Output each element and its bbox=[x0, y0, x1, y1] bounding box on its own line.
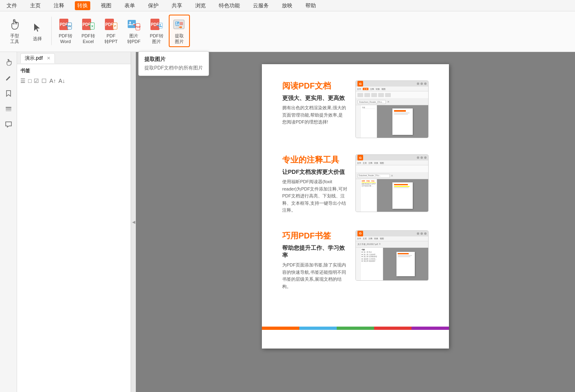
pdf-to-ppt-button[interactable]: PDF P PDF转PPT bbox=[100, 15, 122, 47]
pdf-ppt-icon: PDF P bbox=[104, 17, 118, 32]
bookmark-check-icon[interactable]: ☑ bbox=[34, 78, 39, 84]
document-area: 阅读PDF文档 更强大、更实用、更高效 拥有出色的文档渲染效果,强大的页面管理功… bbox=[136, 52, 575, 392]
pdf-to-ppt-label: PDF转PPT bbox=[105, 33, 118, 45]
svg-point-15 bbox=[129, 22, 131, 23]
screenshot-thumb-3: G 文件主页注释转换视图 员工手册_20120917.pdf ✕ bbox=[355, 230, 429, 281]
bookmark-increase-icon[interactable]: A↑ bbox=[49, 78, 56, 84]
img-to-pdf-button[interactable]: PDF 图片转PDF bbox=[123, 15, 144, 47]
read-pdf-text: 阅读PDF文档 更强大、更实用、更高效 拥有出色的文档渲染效果,强大的页面管理功… bbox=[282, 80, 347, 126]
cursor-icon bbox=[30, 20, 45, 35]
annotation-title: 专业的注释工具 bbox=[282, 154, 347, 165]
sidebar-comment-icon[interactable] bbox=[2, 118, 15, 131]
hand-icon bbox=[7, 17, 22, 32]
svg-rect-31 bbox=[6, 110, 11, 111]
sidebar-layers-icon[interactable] bbox=[2, 102, 15, 115]
menu-convert[interactable]: 转换 bbox=[75, 1, 90, 10]
sidebar-hand-icon[interactable] bbox=[2, 56, 15, 69]
annotation-text: 专业的注释工具 让PDF文档发挥更大价值 使用福昕PDF阅读器(foxit re… bbox=[282, 154, 347, 214]
bookmark-add-icon[interactable]: □ bbox=[28, 78, 31, 84]
pdf-excel-icon: PDF X bbox=[81, 17, 96, 32]
svg-text:X: X bbox=[91, 24, 94, 28]
tooltip-title: 提取图片 bbox=[144, 56, 203, 63]
svg-text:P: P bbox=[114, 25, 116, 28]
bookmark-uncheck-icon[interactable]: ☐ bbox=[41, 78, 47, 84]
bookmark-text: 巧用PDF书签 帮助您提升工作、学习效率 为PDF页面添加书签,除了实现内容的快… bbox=[282, 230, 347, 290]
pdf-to-img-label: PDF转图片 bbox=[150, 33, 163, 45]
pdf-to-excel-button[interactable]: PDF X PDF转Excel bbox=[78, 15, 99, 47]
file-tab-bar: 演示.pdf ✕ bbox=[17, 52, 131, 64]
file-tab[interactable]: 演示.pdf ✕ bbox=[20, 53, 55, 63]
mini-menubar-3: 文件主页注释转换视图 bbox=[356, 236, 428, 241]
mini-filename: Datasheet_Reader_CN.o... bbox=[357, 100, 386, 104]
sidebar-pencil-icon[interactable] bbox=[2, 71, 15, 84]
menu-view[interactable]: 视图 bbox=[98, 1, 114, 10]
annotation-text-body: 使用福昕PDF阅读器(foxit reader)为PDF文件添加注释,可对PDF… bbox=[282, 178, 347, 214]
pdf-section-annotation: 专业的注释工具 让PDF文档发挥更大价值 使用福昕PDF阅读器(foxit re… bbox=[282, 154, 429, 214]
bookmark-section-title-2: 巧用PDF书签 bbox=[282, 230, 347, 241]
panel-collapse-handle[interactable]: ◀ bbox=[131, 52, 136, 392]
mini-menubar-1: 文件主页注释转换视图 bbox=[356, 87, 428, 91]
svg-rect-30 bbox=[6, 108, 11, 110]
menu-help[interactable]: 帮助 bbox=[303, 1, 318, 10]
toolbar: 手型工具 选择 PDF W W PDF转Word bbox=[0, 11, 575, 52]
bookmark-toolbar: ☰ □ ☑ ☐ A↑ A↓ bbox=[20, 78, 127, 84]
pdf-section-bookmark: 巧用PDF书签 帮助您提升工作、学习效率 为PDF页面添加书签,除了实现内容的快… bbox=[282, 230, 429, 290]
bookmark-text-body: 为PDF页面添加书签,除了实现内容的快速导航,书签还能指明不同书签的层级关系,展… bbox=[282, 262, 347, 290]
svg-point-25 bbox=[176, 22, 177, 23]
svg-text:PDF: PDF bbox=[135, 26, 141, 28]
mini-titlebar-3: G bbox=[356, 231, 428, 236]
menu-annotation[interactable]: 注释 bbox=[51, 1, 67, 10]
menu-browse[interactable]: 浏览 bbox=[193, 1, 208, 10]
extract-img-button[interactable]: 提取图片 bbox=[169, 15, 190, 47]
menu-home[interactable]: 主页 bbox=[28, 1, 43, 10]
extract-img-icon bbox=[172, 17, 187, 32]
svg-text:PDF: PDF bbox=[83, 22, 91, 27]
read-pdf-section: 阅读PDF文档 更强大、更实用、更高效 拥有出色的文档渲染效果,强大的页面管理功… bbox=[282, 80, 429, 138]
select-tool-button[interactable]: 选择 bbox=[27, 15, 48, 47]
annotation-section: 专业的注释工具 让PDF文档发挥更大价值 使用福昕PDF阅读器(foxit re… bbox=[282, 154, 429, 214]
pdf-to-img-icon: PDF bbox=[149, 17, 164, 32]
pdf-to-word-label: PDF转Word bbox=[59, 33, 72, 45]
sidebar bbox=[0, 52, 17, 392]
menu-special[interactable]: 特色功能 bbox=[216, 1, 242, 10]
menubar: 文件 主页 注释 转换 视图 表单 保护 共享 浏览 特色功能 云服务 放映 帮… bbox=[0, 0, 575, 11]
mini-g-icon: G bbox=[357, 81, 363, 87]
menu-file[interactable]: 文件 bbox=[4, 1, 20, 10]
pdf-content: 阅读PDF文档 更强大、更实用、更高效 拥有出色的文档渲染效果,强大的页面管理功… bbox=[262, 64, 449, 323]
menu-form[interactable]: 表单 bbox=[122, 1, 137, 10]
tooltip-desc: 提取PDF文档中的所有图片 bbox=[144, 65, 203, 71]
bookmark-subtitle: 帮助您提升工作、学习效率 bbox=[282, 245, 347, 259]
bookmark-menu-icon[interactable]: ☰ bbox=[20, 78, 26, 84]
svg-text:W: W bbox=[68, 24, 71, 28]
svg-point-22 bbox=[160, 24, 161, 25]
color-bar bbox=[262, 327, 449, 330]
svg-rect-26 bbox=[180, 22, 183, 25]
tooltip: 提取图片 提取PDF文档中的所有图片 bbox=[138, 51, 209, 76]
img-to-pdf-icon: PDF bbox=[126, 17, 141, 32]
mini-menubar-2: 文件主页注释转换视图 bbox=[356, 160, 428, 165]
main-area: 演示.pdf ✕ 书签 ☰ □ ☑ ☐ A↑ A↓ ◀ bbox=[0, 52, 575, 392]
bookmark-decrease-icon[interactable]: A↓ bbox=[59, 78, 65, 84]
bookmark-section-title: 书签 bbox=[20, 67, 127, 74]
screenshot-thumb-2: G 文件主页注释转换视图 Datasheet_Reader_CN.o... bbox=[355, 154, 429, 212]
pdf-to-excel-label: PDF转Excel bbox=[82, 33, 95, 45]
annotation-subtitle: 让PDF文档发挥更大价值 bbox=[282, 169, 347, 176]
mini-titlebar-2: G bbox=[356, 155, 428, 160]
mini-body-1: 书签 bbox=[356, 105, 428, 138]
select-tool-label: 选择 bbox=[33, 36, 42, 41]
svg-rect-29 bbox=[6, 107, 11, 108]
pdf-to-img-button[interactable]: PDF PDF转图片 bbox=[146, 15, 167, 47]
pdf-to-word-button[interactable]: PDF W W PDF转Word bbox=[55, 15, 76, 47]
svg-text:PDF: PDF bbox=[151, 22, 159, 27]
sidebar-bookmark-icon[interactable] bbox=[2, 87, 15, 100]
menu-cloud[interactable]: 云服务 bbox=[250, 1, 271, 10]
read-pdf-title: 阅读PDF文档 bbox=[282, 80, 347, 91]
separator-1 bbox=[51, 17, 52, 45]
hand-tool-button[interactable]: 手型工具 bbox=[4, 15, 25, 47]
menu-present[interactable]: 放映 bbox=[279, 1, 295, 10]
menu-protect[interactable]: 保护 bbox=[146, 1, 161, 10]
menu-share[interactable]: 共享 bbox=[169, 1, 185, 10]
file-tab-label: 演示.pdf bbox=[25, 55, 43, 62]
file-tab-close[interactable]: ✕ bbox=[47, 56, 50, 61]
read-pdf-text-body: 拥有出色的文档渲染效果,强大的页面管理功能,帮助提升效率,是您阅读PDF的理想选… bbox=[282, 104, 347, 126]
